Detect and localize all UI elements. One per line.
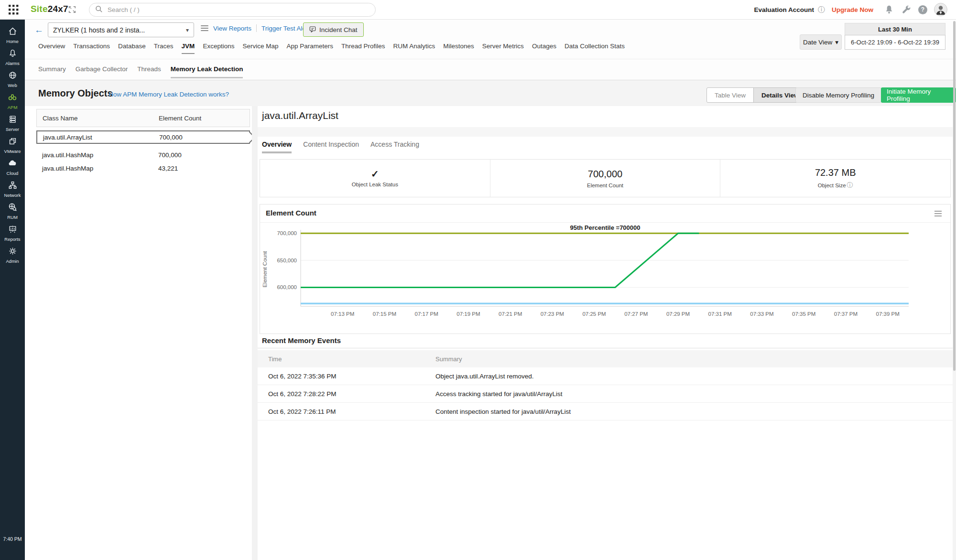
stat-label: Object Sizeⓘ — [818, 181, 853, 190]
apm-binoculars-icon — [8, 92, 17, 104]
subtab-garbage-collector[interactable]: Garbage Collector — [76, 65, 128, 78]
tab-service-map[interactable]: Service Map — [242, 43, 278, 54]
logo-text-black: 24x7 — [48, 4, 68, 14]
reports-menu-icon[interactable] — [201, 25, 208, 31]
sidebar-item-admin[interactable]: Admin — [0, 244, 25, 266]
events-table-header: Time Summary — [258, 350, 953, 367]
event-row[interactable]: Oct 6, 2022 7:35:36 PM Object java.util.… — [258, 367, 953, 385]
stat-value: 72.37 MB — [815, 167, 856, 178]
tab-data-collection-stats[interactable]: Data Collection Stats — [565, 43, 625, 54]
site24x7-logo[interactable]: Site24x7 — [31, 4, 68, 14]
tab-app-parameters[interactable]: App Parameters — [286, 43, 333, 54]
tab-database[interactable]: Database — [118, 43, 146, 54]
sidebar-item-server[interactable]: Server — [0, 112, 25, 134]
chevron-down-icon: ▾ — [835, 38, 838, 46]
svg-text:07:29 PM: 07:29 PM — [666, 311, 690, 317]
tab-milestones[interactable]: Milestones — [443, 43, 474, 54]
tab-outages[interactable]: Outages — [532, 43, 556, 54]
time-range-tab[interactable]: Last 30 Min — [845, 23, 945, 35]
sidebar-item-web[interactable]: Web — [0, 68, 25, 90]
view-toggle: Table View Details View — [706, 87, 807, 103]
svg-text:07:17 PM: 07:17 PM — [415, 311, 438, 317]
stat-value: 700,000 — [588, 169, 622, 180]
help-icon[interactable]: ? — [918, 5, 927, 14]
event-time: Oct 6, 2022 7:28:22 PM — [258, 390, 435, 398]
stat-label: Element Count — [587, 183, 623, 188]
object-row-selected[interactable]: java.util.ArrayList 700,000 — [36, 130, 250, 144]
sidebar-item-home[interactable]: Home — [0, 24, 25, 46]
upgrade-now-link[interactable]: Upgrade Now — [832, 6, 873, 13]
subtab-memory-leak-detection[interactable]: Memory Leak Detection — [171, 65, 243, 78]
tab-rum-analytics[interactable]: RUM Analytics — [393, 43, 435, 54]
expand-icon[interactable] — [68, 5, 76, 14]
objects-table-header: Class Name Element Count — [36, 109, 250, 127]
global-search[interactable] — [89, 3, 376, 17]
tab-server-metrics[interactable]: Server Metrics — [482, 43, 524, 54]
search-input[interactable] — [107, 6, 369, 14]
back-arrow-icon[interactable]: ← — [34, 25, 43, 35]
element-count-chart: 700,000650,000600,00007:13 PM07:15 PM07:… — [260, 228, 950, 331]
sidebar-item-vmware[interactable]: VMware — [0, 134, 25, 156]
subtab-summary[interactable]: Summary — [38, 65, 66, 78]
tab-thread-profiles[interactable]: Thread Profiles — [341, 43, 385, 54]
globe-icon — [8, 71, 17, 82]
initiate-memory-profiling-button[interactable]: Initiate Memory Profiling — [881, 87, 956, 103]
monitor-dropdown[interactable]: ZYLKER (1 hosts and 2 insta... ▾ — [48, 22, 194, 37]
event-row[interactable]: Oct 6, 2022 7:26:11 PM Content inspectio… — [258, 403, 953, 420]
time-range-value[interactable]: 6-Oct-22 19:09 - 6-Oct-22 19:39 — [845, 35, 945, 50]
logo-text-green: Site — [31, 4, 48, 14]
tab-exceptions[interactable]: Exceptions — [203, 43, 234, 54]
sidebar-item-label: RUM — [7, 215, 18, 220]
sidebar-item-apm[interactable]: APM — [0, 90, 25, 112]
account-info-icon[interactable]: ⓘ — [818, 5, 825, 14]
chart-menu-icon[interactable] — [934, 211, 942, 216]
apps-grid-icon[interactable] — [9, 5, 19, 15]
user-avatar[interactable] — [934, 3, 947, 16]
how-it-works-link[interactable]: How APM Memory Leak Detection works? — [109, 91, 229, 98]
sidebar-item-network[interactable]: Network — [0, 178, 25, 200]
stat-object-size: 72.37 MB Object Sizeⓘ — [720, 160, 950, 197]
object-row[interactable]: java.util.HashMap 43,221 — [36, 162, 250, 175]
header-links: View Reports Trigger Test Alert — [201, 24, 310, 32]
event-summary: Content inspection started for java/util… — [435, 408, 571, 415]
vertical-scrollbar[interactable] — [953, 21, 956, 371]
event-time: Oct 6, 2022 7:35:36 PM — [258, 373, 435, 380]
sidebar-item-label: Server — [6, 127, 19, 132]
tab-traces[interactable]: Traces — [154, 43, 174, 54]
incident-chat-button[interactable]: Incident Chat — [303, 22, 364, 37]
top-bar: Site24x7 Evaluation Account ⓘ Upgrade No… — [0, 0, 956, 20]
svg-text:700,000: 700,000 — [277, 230, 297, 236]
tab-overview[interactable]: Overview — [38, 43, 65, 54]
object-element-count: 43,221 — [158, 165, 178, 172]
detail-title-band — [258, 127, 953, 137]
network-icon — [8, 181, 17, 192]
subtab-threads[interactable]: Threads — [137, 65, 161, 78]
sidebar-item-rum[interactable]: RUM — [0, 200, 25, 222]
table-view-button[interactable]: Table View — [707, 88, 753, 102]
sidebar-item-cloud[interactable]: Cloud — [0, 156, 25, 178]
sidebar-item-reports[interactable]: Reports — [0, 222, 25, 244]
sidebar-clock: 7:40 PM — [0, 536, 25, 542]
tab-jvm[interactable]: JVM — [182, 43, 195, 54]
object-size-info-icon[interactable]: ⓘ — [847, 182, 853, 189]
svg-text:07:19 PM: 07:19 PM — [456, 311, 480, 317]
svg-text:07:21 PM: 07:21 PM — [499, 311, 522, 317]
monitor-tabs: Overview Transactions Database Traces JV… — [38, 43, 625, 54]
jvm-subtabs: Summary Garbage Collector Threads Memory… — [38, 65, 243, 78]
link-separator — [256, 24, 257, 32]
svg-text:07:27 PM: 07:27 PM — [624, 311, 648, 317]
view-reports-link[interactable]: View Reports — [213, 25, 251, 32]
events-divider — [258, 348, 953, 348]
detail-tab-overview[interactable]: Overview — [262, 140, 292, 153]
disable-memory-profiling-button[interactable]: Disable Memory Profiling — [795, 87, 881, 103]
date-view-button[interactable]: Date View ▾ — [800, 34, 842, 50]
detail-tab-content-inspection[interactable]: Content Inspection — [303, 140, 359, 153]
event-row[interactable]: Oct 6, 2022 7:28:22 PM Access tracking s… — [258, 385, 953, 403]
tab-transactions[interactable]: Transactions — [73, 43, 110, 54]
tools-wrench-icon[interactable] — [901, 4, 912, 15]
object-element-count: 700,000 — [159, 134, 183, 141]
notifications-bell-icon[interactable] — [884, 4, 894, 15]
sidebar-item-alarms[interactable]: Alarms — [0, 46, 25, 68]
detail-tab-access-tracking[interactable]: Access Tracking — [370, 140, 419, 153]
object-row[interactable]: java.util.HashMap 700,000 — [36, 148, 250, 162]
